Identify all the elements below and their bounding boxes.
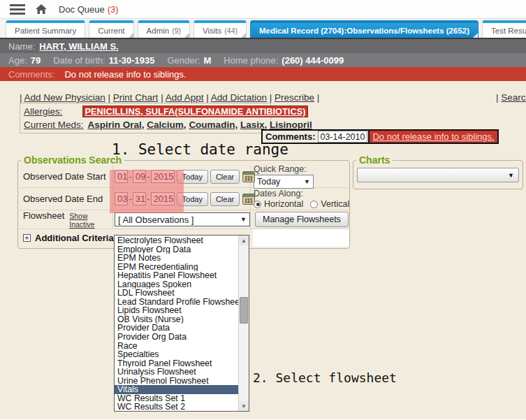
dropdown-option[interactable]: LDL Flowsheet: [115, 289, 238, 298]
flowsheet-select[interactable]: [ All Observations ] ▼: [115, 212, 250, 226]
dropdown-option[interactable]: EPM Recredentialing: [115, 263, 238, 272]
dob-value: 11-30-1935: [109, 55, 155, 66]
action-link[interactable]: Prescribe: [275, 92, 319, 103]
comments-inline-label: Comments:: [265, 131, 316, 142]
dob-label: Date of birth:: [53, 55, 105, 66]
end-day-input[interactable]: 31: [133, 192, 146, 205]
meds-list: Aspirin OralCalciumCoumadinLasixLisinopr…: [88, 120, 312, 130]
scroll-thumb[interactable]: [240, 297, 248, 324]
date-start-label: Observed Date Start: [18, 166, 112, 187]
allergy-link[interactable]: PENICILLINS: [85, 106, 146, 117]
dropdown-option[interactable]: Electrolytes Flowsheet: [115, 236, 238, 245]
dropdown-option[interactable]: Specialties: [115, 350, 238, 359]
dropdown-option[interactable]: OB Visits (Nurse): [115, 315, 238, 324]
comments-date-field[interactable]: 03-14-2010: [318, 131, 368, 143]
med-link[interactable]: Aspirin Oral: [88, 120, 147, 130]
dropdown-option[interactable]: Lipids Flowsheet: [115, 306, 238, 315]
expand-plus-icon[interactable]: +: [23, 234, 31, 242]
dates-along-label: Dates Along:: [254, 189, 349, 198]
med-link[interactable]: Calcium: [147, 120, 189, 130]
radio-horizontal[interactable]: Horizontal: [254, 199, 303, 209]
comments-note-link[interactable]: Do not release info to siblings.: [370, 129, 498, 144]
show-inactive-link[interactable]: Show Inactive: [69, 212, 112, 229]
phone-label: Home phone:: [224, 55, 278, 66]
start-today-button[interactable]: Today: [177, 170, 208, 184]
charts-title: Charts: [356, 154, 393, 166]
scroll-up-icon[interactable]: ▲: [239, 236, 249, 245]
patient-info-banner: Age:79 Date of birth:11-30-1935 Gender:M…: [0, 53, 526, 67]
current-meds-label[interactable]: Current Meds:: [24, 120, 84, 130]
flowsheet-dropdown-list: Electrolytes Flowsheet Employer Org Data…: [114, 235, 249, 412]
dropdown-option[interactable]: Urinalysis Flowsheet: [115, 368, 238, 377]
main-content: Add New Physician Print Chart Add Appt A…: [0, 81, 526, 419]
allergy-link[interactable]: SULFA(SULFONAMIDE ANTIBIOTICS): [145, 106, 305, 117]
radio-vertical[interactable]: Vertical: [310, 199, 349, 209]
search-link[interactable]: | Search: [496, 92, 526, 103]
menu-icon[interactable]: [10, 8, 25, 10]
queue-title[interactable]: Doc Queue: [59, 4, 105, 15]
top-bar: Doc Queue (3): [0, 0, 526, 19]
allergies-label[interactable]: Allergies:: [24, 106, 63, 117]
end-year-input[interactable]: 2015: [151, 192, 175, 205]
dropdown-option[interactable]: Employer Org Data: [115, 245, 238, 254]
allergy-list: PENICILLINSSULFA(SULFONAMIDE ANTIBIOTICS…: [82, 106, 309, 117]
chevron-down-icon: ▼: [508, 172, 514, 179]
quick-range-select[interactable]: Today ▼: [254, 175, 314, 189]
dropdown-option[interactable]: Provider Org Data: [115, 333, 238, 342]
chevron-down-icon: ▼: [304, 178, 310, 185]
tab[interactable]: Medical Record (2704):Observations/Flows…: [250, 20, 478, 38]
radio-icon: [310, 201, 318, 208]
patient-comments-banner: Comments: Do not release info to sibling…: [0, 67, 526, 81]
dropdown-option[interactable]: Urine Phenol Flowsheet: [115, 377, 238, 386]
end-clear-button[interactable]: Clear: [210, 192, 240, 206]
age-label: Age:: [8, 55, 27, 66]
phone-value: (260) 444-0099: [282, 55, 344, 66]
med-link[interactable]: Lasix: [240, 120, 270, 130]
start-month-input[interactable]: 01: [115, 170, 128, 183]
action-link[interactable]: Add Dictation: [211, 92, 275, 103]
tab[interactable]: Visits (44): [193, 20, 247, 38]
action-link[interactable]: Print Chart: [113, 92, 166, 103]
allergy-meds-panel: Allergies: PENICILLINSSULFA(SULFONAMIDE …: [20, 103, 271, 133]
dropdown-option[interactable]: Lead Standard Profile Flowsheet: [115, 298, 238, 307]
charts-select[interactable]: ▼: [357, 168, 519, 182]
dropdown-option[interactable]: WC Results Set 2: [115, 403, 238, 411]
flowsheet-label: Flowsheet: [23, 210, 64, 221]
tab[interactable]: Admin (9): [138, 20, 190, 38]
dropdown-scrollbar[interactable]: ▲ ▼: [238, 236, 249, 411]
dropdown-option[interactable]: Thyroid Panel Flowsheet: [115, 359, 238, 368]
comments-inline-box: Comments: 03-14-2010 Do not release info…: [261, 129, 499, 144]
start-calendar-icon[interactable]: [242, 171, 255, 182]
patient-name-link[interactable]: HART, WILLIAM S.: [39, 41, 118, 52]
med-link[interactable]: Coumadin: [189, 120, 240, 130]
comments-banner-value: Do not release info to siblings.: [64, 69, 186, 80]
tab[interactable]: Patient Summary: [6, 20, 85, 38]
home-icon[interactable]: [35, 3, 48, 15]
start-clear-button[interactable]: Clear: [210, 170, 240, 184]
start-day-input[interactable]: 09: [133, 170, 146, 183]
dropdown-option[interactable]: Languages Spoken: [115, 280, 238, 289]
manage-flowsheets-button[interactable]: Manage Flowsheets: [255, 212, 349, 227]
end-today-button[interactable]: Today: [177, 192, 208, 206]
dropdown-option[interactable]: Vitals: [115, 385, 238, 394]
observed-date-end-row: Observed Date End 03-31-2015 Today Clear…: [18, 188, 349, 210]
start-year-input[interactable]: 2015: [151, 170, 175, 183]
dropdown-option[interactable]: Provider Data: [115, 324, 238, 333]
scroll-down-icon[interactable]: ▼: [239, 401, 249, 411]
dropdown-option[interactable]: Race: [115, 342, 238, 351]
quick-range-label: Quick Range:: [254, 164, 349, 174]
dropdown-option[interactable]: WC Results Set 1: [115, 394, 238, 403]
action-link[interactable]: Add New Physician: [24, 92, 113, 103]
charts-panel: Charts ▼: [353, 154, 523, 189]
med-link[interactable]: Lisinopril: [270, 120, 312, 130]
tab[interactable]: Current: [89, 20, 133, 38]
flowsheet-row: Flowsheet Show Inactive [ All Observatio…: [18, 210, 349, 229]
additional-criteria-label[interactable]: Additional Criteria: [35, 233, 114, 243]
action-link[interactable]: Add Appt: [166, 92, 211, 103]
tab[interactable]: Test Results (81): [482, 20, 526, 38]
dropdown-option[interactable]: EPM Notes: [115, 254, 238, 263]
end-month-input[interactable]: 03: [115, 192, 128, 205]
gender-label: Gender:: [167, 55, 200, 66]
age-value: 79: [31, 55, 41, 66]
dropdown-option[interactable]: Hepatitis Panel Flowsheet: [115, 271, 238, 280]
